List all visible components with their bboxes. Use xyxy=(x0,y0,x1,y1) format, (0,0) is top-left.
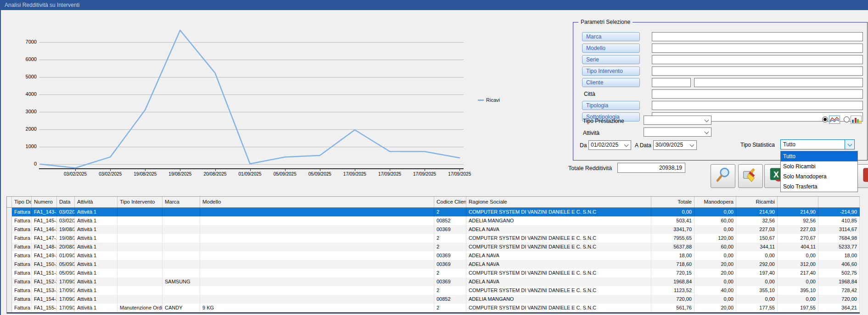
param-input-marca[interactable] xyxy=(652,32,863,41)
table-cell: Fattura xyxy=(12,286,32,295)
param-input-tipologia[interactable] xyxy=(652,101,863,110)
table-cell xyxy=(162,234,200,243)
column-header[interactable] xyxy=(7,197,12,207)
window-title: Analisi Redditività su Interventi xyxy=(5,2,79,8)
x-axis-tick-label: 05/09/2025 xyxy=(302,171,338,177)
param-input-tipo-intervento[interactable] xyxy=(652,66,863,76)
chevron-down-icon xyxy=(705,118,709,122)
tipo-statistica-dropdown-list: TuttoSolo RicambiSolo ManodoperaSolo Tra… xyxy=(780,151,858,192)
table-cell: 5233,77 xyxy=(818,243,860,251)
table-cell: COMPUTER SYSTEM DI VANZINI DANIELE E C. … xyxy=(466,243,651,251)
row-selector-cell[interactable] xyxy=(7,208,12,216)
chevron-down-icon xyxy=(624,143,629,147)
column-header[interactable]: Codice Cliente xyxy=(434,197,466,207)
row-selector-cell[interactable] xyxy=(7,216,12,225)
table-row[interactable]: FatturaFA1_152-202517/09/2025Attività 1S… xyxy=(7,277,860,286)
column-header[interactable]: Ragione Sociale xyxy=(466,197,651,207)
table-cell: ADELA NAVA xyxy=(466,251,651,260)
row-selector-cell[interactable] xyxy=(7,234,12,243)
column-header[interactable]: Modello xyxy=(200,197,434,207)
tipo-prestazione-select[interactable] xyxy=(644,116,711,125)
window-titlebar[interactable]: Analisi Redditività su Interventi xyxy=(0,0,868,10)
x-axis-tick xyxy=(180,168,180,171)
clean-filters-button[interactable] xyxy=(738,164,763,188)
dropdown-option[interactable]: Tutto xyxy=(781,151,857,161)
column-header[interactable]: Tipo Intervento xyxy=(118,197,162,207)
row-selector-cell[interactable] xyxy=(7,243,12,251)
a-data-date-select[interactable]: 30/09/2025 xyxy=(653,140,697,150)
param-input-serie[interactable] xyxy=(652,55,863,64)
table-row[interactable]: FatturaFA1_146-202519/08/2025Attività 10… xyxy=(7,225,860,234)
column-header[interactable]: Tipo Doc xyxy=(12,197,32,207)
row-selector-cell[interactable] xyxy=(7,286,12,295)
table-row[interactable]: FatturaFA1_145-202503/02/2025Attività 10… xyxy=(7,216,860,225)
param-input-modello[interactable] xyxy=(652,44,863,53)
table-cell: Attività 1 xyxy=(75,216,118,225)
da-date-value: 01/02/2025 xyxy=(591,142,618,148)
table-cell: 00369 xyxy=(434,277,466,286)
column-header[interactable]: Marca xyxy=(162,197,200,207)
table-row[interactable]: FatturaFA1_154-202517/09/2025Attività 10… xyxy=(7,295,860,304)
table-cell: 0,00 xyxy=(778,277,818,286)
column-header[interactable]: Numero xyxy=(32,197,57,207)
param-button-modello[interactable]: Modello xyxy=(582,44,640,53)
table-cell: 0,00 xyxy=(694,251,736,260)
row-selector-cell[interactable] xyxy=(7,225,12,234)
table-row[interactable]: FatturaFA1_143-202503/02/2025Attività 12… xyxy=(7,208,860,216)
chevron-down-icon xyxy=(690,143,694,147)
table-cell: 177,55 xyxy=(736,304,778,312)
table-cell: 00369 xyxy=(434,225,466,234)
table-row[interactable]: FatturaFA1_149-202501/09/2025Attività 10… xyxy=(7,251,860,260)
table-cell: 0,00 xyxy=(778,251,818,260)
x-axis-tick-label: 19/08/2025 xyxy=(127,171,163,177)
table-row[interactable]: FatturaFA1_151-202505/09/2025Attività 12… xyxy=(7,269,860,277)
param-button-marca[interactable]: Marca xyxy=(582,32,640,41)
row-selector-cell[interactable] xyxy=(7,269,12,277)
param-button-serie[interactable]: Serie xyxy=(582,55,640,64)
table-row[interactable]: FatturaFA1_155-202517/09/2025Attività 1M… xyxy=(7,304,860,312)
param-input-cliente-name[interactable] xyxy=(694,78,863,87)
table-row[interactable]: FatturaFA1_153-202517/09/2025Attività 12… xyxy=(7,286,860,295)
table-cell: 1968,84 xyxy=(651,277,694,286)
exit-icon xyxy=(858,166,868,186)
column-header[interactable]: Data xyxy=(57,197,75,207)
tipo-statistica-select[interactable]: Tutto xyxy=(780,139,855,149)
param-input-cliente-code[interactable] xyxy=(652,78,691,87)
row-selector-cell[interactable] xyxy=(7,304,12,312)
app-window: Analisi Redditività su Interventi 010002… xyxy=(0,0,868,315)
dropdown-option[interactable]: Solo Manodopera xyxy=(781,171,857,182)
column-header[interactable] xyxy=(778,197,818,207)
column-header[interactable]: Totale xyxy=(651,197,694,207)
table-cell xyxy=(118,286,162,295)
column-header[interactable]: Attività xyxy=(75,197,118,207)
row-selector-cell[interactable] xyxy=(7,260,12,269)
row-selector-cell[interactable] xyxy=(7,295,12,304)
table-cell: Attività 1 xyxy=(75,243,118,251)
bar-chart-radio[interactable] xyxy=(844,116,850,122)
table-cell xyxy=(162,216,200,225)
da-date-select[interactable]: 01/02/2025 xyxy=(588,140,631,150)
attivita-select[interactable] xyxy=(644,127,711,137)
x-axis-tick-label: 17/09/2025 xyxy=(407,171,442,177)
column-header[interactable] xyxy=(818,197,860,207)
column-header[interactable]: Manodopera xyxy=(694,197,736,207)
param-button-tipo-intervento[interactable]: Tipo Intervento xyxy=(582,66,640,76)
param-button-cliente[interactable]: Cliente xyxy=(582,78,640,87)
table-row[interactable]: FatturaFA1_147-202519/08/2025Attività 12… xyxy=(7,234,860,243)
row-selector-cell[interactable] xyxy=(7,277,12,286)
row-selector-cell[interactable] xyxy=(7,251,12,260)
param-button-tipologia[interactable]: Tipologia xyxy=(582,101,640,110)
param-input-città[interactable] xyxy=(652,89,863,99)
search-button[interactable] xyxy=(711,164,735,188)
table-cell: 227,03 xyxy=(778,225,818,234)
column-header[interactable]: Ricambi xyxy=(736,197,778,207)
dropdown-option[interactable]: Solo Trasferta xyxy=(781,182,857,192)
table-cell xyxy=(162,225,200,234)
table-row[interactable]: FatturaFA1_150-202505/09/2025Attività 10… xyxy=(7,260,860,269)
table-row[interactable]: FatturaFA1_148-202520/08/2025Attività 12… xyxy=(7,243,860,251)
combo-arrow-box[interactable] xyxy=(845,140,854,149)
dropdown-option[interactable]: Solo Ricambi xyxy=(781,161,857,171)
table-cell: 344,11 xyxy=(736,243,778,251)
line-chart-radio[interactable] xyxy=(822,116,828,122)
table-cell xyxy=(200,260,434,269)
